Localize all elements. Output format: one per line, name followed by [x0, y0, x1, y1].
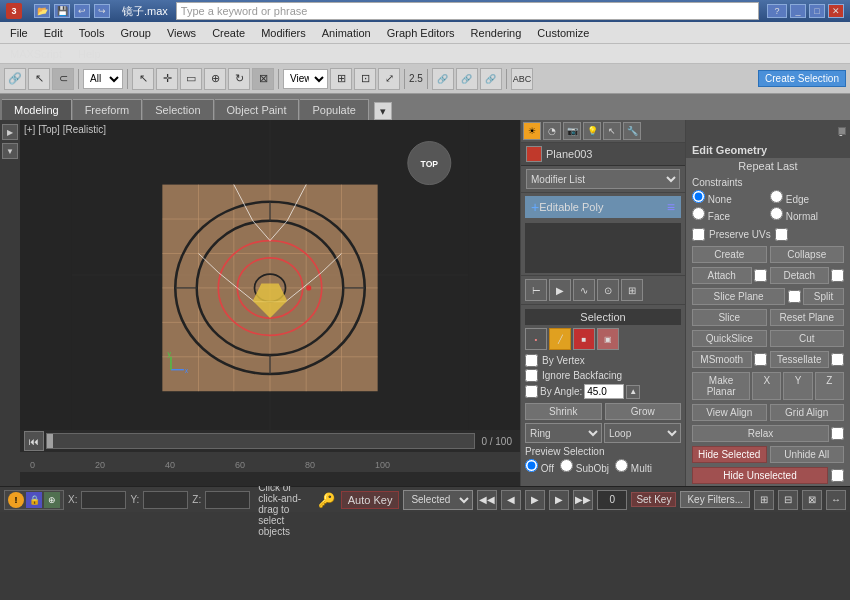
key-filters-btn[interactable]: Key Filters... [680, 491, 750, 508]
z-btn[interactable]: Z [815, 372, 844, 400]
create-selection-button[interactable]: Create Selection [758, 70, 846, 87]
menu-graph-editors[interactable]: Graph Editors [379, 25, 463, 41]
panel-icon-cursor[interactable]: ↖ [603, 122, 621, 140]
attach-btn[interactable]: Attach [692, 267, 752, 284]
attach-check[interactable] [754, 269, 767, 282]
move-btn[interactable]: ⊕ [204, 68, 226, 90]
z-coord-input[interactable] [205, 491, 250, 509]
menu-rendering[interactable]: Rendering [463, 25, 530, 41]
hide-unselected-btn[interactable]: Hide Unselected [692, 467, 828, 484]
split-check[interactable] [788, 290, 801, 303]
preview-multi-radio[interactable] [615, 459, 628, 472]
menu-views[interactable]: Views [159, 25, 204, 41]
x-coord-input[interactable] [81, 491, 126, 509]
angle-up-btn[interactable]: ▲ [626, 385, 640, 399]
constraint-none-radio[interactable] [692, 190, 705, 203]
menu-tools[interactable]: Tools [71, 25, 113, 41]
hide-selected-btn[interactable]: Hide Selected [692, 446, 767, 463]
stack-icon-2[interactable]: ▶ [549, 279, 571, 301]
frame-input[interactable] [597, 490, 627, 510]
chain2-btn[interactable]: 🔗 [456, 68, 478, 90]
vertex-icon[interactable]: • [525, 328, 547, 350]
quickslice-btn[interactable]: QuickSlice [692, 330, 767, 347]
preview-subobj-label[interactable]: SubObj [560, 459, 609, 474]
mirror-btn[interactable]: ⤢ [378, 68, 400, 90]
next-frame-btn[interactable]: ▶▶ [573, 490, 593, 510]
minimize-btn[interactable]: _ [790, 4, 806, 18]
search-bar[interactable]: Type a keyword or phrase [176, 2, 759, 20]
grow-btn[interactable]: Grow [605, 403, 682, 420]
preview-off-label[interactable]: Off [525, 459, 554, 474]
split-btn[interactable]: Split [803, 288, 844, 305]
constraint-edge-label[interactable]: Edge [770, 190, 844, 205]
stack-icon-1[interactable]: ⊢ [525, 279, 547, 301]
tab-selection[interactable]: Selection [143, 99, 213, 120]
cut-btn[interactable]: Cut [770, 330, 845, 347]
autokey-area[interactable]: Auto Key [341, 491, 400, 509]
open-file-btn[interactable]: 📂 [34, 4, 50, 18]
y-btn[interactable]: Y [783, 372, 812, 400]
constraint-face-label[interactable]: Face [692, 207, 766, 222]
reset-plane-btn[interactable]: Reset Plane [770, 309, 845, 326]
set-key-area[interactable]: Set Key [631, 492, 676, 507]
repeat-last-btn[interactable]: Repeat Last [686, 158, 850, 174]
tessellate-check[interactable] [831, 353, 844, 366]
viewport[interactable]: [+] [Top] [Realistic] [20, 120, 520, 430]
create-btn[interactable]: Create [692, 246, 767, 263]
scale-btn[interactable]: ⊠ [252, 68, 274, 90]
y-coord-input[interactable] [143, 491, 188, 509]
preserve-uvs-check2[interactable] [775, 228, 788, 241]
panel-icon-light[interactable]: 💡 [583, 122, 601, 140]
tab-freeform[interactable]: Freeform [73, 99, 143, 120]
named-sel-btn[interactable]: ABC [511, 68, 533, 90]
mode-select[interactable]: All [83, 69, 123, 89]
left-collapse-btn[interactable]: ▼ [2, 143, 18, 159]
snap-btn[interactable]: ⊞ [330, 68, 352, 90]
preview-off-radio[interactable] [525, 459, 538, 472]
play-btn[interactable]: ▶ [525, 490, 545, 510]
tab-more-btn[interactable]: ▾ [374, 102, 392, 120]
view-select[interactable]: View [283, 69, 328, 89]
detach-check[interactable] [831, 269, 844, 282]
toolbar-lasso-btn[interactable]: ⊂ [52, 68, 74, 90]
tab-populate[interactable]: Populate [300, 99, 368, 120]
close-btn[interactable]: ✕ [828, 4, 844, 18]
toolbar-link-btn[interactable]: 🔗 [4, 68, 26, 90]
menu-maxscript[interactable]: MAXScript [2, 46, 70, 62]
preserve-uvs-check[interactable] [692, 228, 705, 241]
ignore-backfacing-check[interactable] [525, 369, 538, 382]
preview-subobj-radio[interactable] [560, 459, 573, 472]
tab-object-paint[interactable]: Object Paint [215, 99, 300, 120]
panel-icon-arc[interactable]: ◔ [543, 122, 561, 140]
panel-icon-sun[interactable]: ☀ [523, 122, 541, 140]
hide-unselected-check[interactable] [831, 467, 844, 484]
menu-group[interactable]: Group [112, 25, 159, 41]
timeline-start-btn[interactable]: ⏮ [24, 431, 44, 451]
view-align-btn[interactable]: View Align [692, 404, 767, 421]
stack-icon-3[interactable]: ∿ [573, 279, 595, 301]
modifier-list-dropdown[interactable]: Modifier List [526, 169, 680, 189]
pivot-btn[interactable]: ⊡ [354, 68, 376, 90]
rect-select-btn[interactable]: ▭ [180, 68, 202, 90]
title-bar-controls[interactable]: 📂 💾 ↩ ↪ [34, 4, 110, 18]
viewport-icon-2[interactable]: ⊟ [778, 490, 798, 510]
constraint-normal-label[interactable]: Normal [770, 207, 844, 222]
chain3-btn[interactable]: 🔗 [480, 68, 502, 90]
loop-select[interactable]: Loop [604, 423, 681, 443]
select-move-btn[interactable]: ✛ [156, 68, 178, 90]
left-expand-btn[interactable]: ▶ [2, 124, 18, 140]
constraint-face-radio[interactable] [692, 207, 705, 220]
menu-edit[interactable]: Edit [36, 25, 71, 41]
menu-modifiers[interactable]: Modifiers [253, 25, 314, 41]
slice-plane-btn[interactable]: Slice Plane [692, 288, 785, 305]
object-color-swatch[interactable] [526, 146, 542, 162]
menu-file[interactable]: File [2, 25, 36, 41]
menu-customize[interactable]: Customize [529, 25, 597, 41]
slice-btn[interactable]: Slice [692, 309, 767, 326]
tab-modeling[interactable]: Modeling [2, 99, 72, 120]
select-btn[interactable]: ↖ [132, 68, 154, 90]
elem-icon[interactable]: ▣ [597, 328, 619, 350]
panel-icon-cam[interactable]: 📷 [563, 122, 581, 140]
msmooth-check[interactable] [754, 353, 767, 366]
tessellate-btn[interactable]: Tessellate [770, 351, 830, 368]
